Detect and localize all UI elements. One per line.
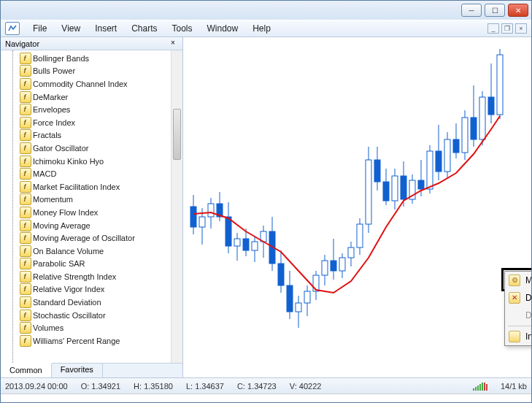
tab-common[interactable]: Common	[1, 363, 52, 377]
indicator-momentum[interactable]: Momentum	[1, 193, 182, 207]
navigator-tree[interactable]: Bollinger BandsBulls PowerCommodity Chan…	[1, 50, 182, 363]
status-open: O: 1.34921	[81, 382, 120, 391]
connection-bars-icon	[473, 382, 487, 391]
window-close-button[interactable]: ✕	[508, 4, 528, 17]
svg-rect-65	[471, 118, 477, 139]
menu-insert[interactable]: Insert	[88, 21, 124, 36]
indicator-envelopes[interactable]: Envelopes	[1, 103, 182, 116]
navigator-header: Navigator ×	[1, 37, 182, 50]
indicator-bollinger-bands[interactable]: Bollinger Bands	[1, 52, 182, 65]
list-icon	[509, 331, 520, 342]
menu-file[interactable]: File	[26, 21, 54, 36]
menu-indicators-list[interactable]: Indicators List Ctrl+I	[505, 328, 531, 345]
svg-rect-57	[436, 151, 442, 172]
menu-help[interactable]: Help	[245, 21, 278, 36]
svg-rect-21	[278, 264, 284, 285]
indicator-demarker[interactable]: DeMarker	[1, 91, 182, 104]
svg-rect-11	[234, 239, 240, 246]
workspace: Navigator × Bollinger BandsBulls PowerCo…	[1, 37, 531, 377]
menu-delete-indicator[interactable]: Delete Indicator	[505, 289, 531, 307]
indicator-fractals[interactable]: Fractals	[1, 129, 182, 142]
indicator-commodity-channel-index[interactable]: Commodity Channel Index	[1, 77, 182, 91]
indicator-standard-deviation[interactable]: Standard Deviation	[1, 296, 182, 309]
status-bar: 2013.09.24 00:00 O: 1.34921 H: 1.35180 L…	[1, 377, 531, 394]
indicator-moving-average[interactable]: Moving Average	[1, 219, 182, 232]
svg-rect-37	[348, 247, 354, 258]
menu-delete-indicator-window: Delete Indicator Window	[505, 307, 531, 324]
svg-rect-63	[462, 118, 468, 153]
navigator-title: Navigator	[5, 39, 39, 48]
indicator-money-flow-index[interactable]: Money Flow Index	[1, 206, 182, 219]
navigator-tabs: Common Favorites	[1, 363, 182, 377]
svg-rect-3	[199, 217, 205, 227]
status-traffic: 14/1 kb	[501, 382, 527, 391]
menu-ma-properties[interactable]: MA(10) properties...	[505, 272, 531, 289]
child-restore-button[interactable]: ❐	[501, 23, 513, 34]
svg-rect-25	[296, 303, 301, 312]
chart-area[interactable]: Edit Indicator MA(10) properties... Dele…	[183, 37, 531, 377]
svg-rect-5	[208, 204, 214, 217]
indicator-williams-percent-range[interactable]: Williams' Percent Range	[1, 334, 182, 348]
indicator-market-facilitation-index[interactable]: Market Facilitation Index	[1, 180, 182, 193]
svg-rect-13	[243, 239, 249, 250]
svg-rect-45	[383, 182, 389, 201]
indicator-ichimoku-kinko-hyo[interactable]: Ichimoku Kinko Hyo	[1, 155, 182, 168]
child-minimize-button[interactable]: _	[487, 23, 499, 34]
svg-rect-1	[190, 207, 196, 227]
child-close-button[interactable]: ×	[515, 23, 527, 34]
menu-window[interactable]: Window	[200, 21, 246, 36]
menu-view[interactable]: View	[54, 21, 88, 36]
footer-strip	[1, 394, 531, 403]
indicator-moving-average-of-oscillator[interactable]: Moving Average of Oscillator	[1, 231, 182, 245]
svg-rect-61	[453, 139, 459, 153]
navigator-scrollbar[interactable]	[171, 50, 182, 363]
svg-rect-67	[479, 97, 485, 139]
indicator-on-balance-volume[interactable]: On Balance Volume	[1, 245, 182, 258]
properties-icon	[509, 275, 520, 286]
menu-charts[interactable]: Charts	[124, 21, 164, 36]
svg-rect-33	[331, 261, 336, 271]
svg-rect-69	[488, 97, 494, 115]
svg-rect-59	[444, 139, 450, 172]
svg-rect-47	[392, 176, 398, 201]
indicator-gator-oscillator[interactable]: Gator Oscillator	[1, 142, 182, 155]
svg-rect-15	[252, 242, 258, 250]
indicator-volumes[interactable]: Volumes	[1, 321, 182, 334]
svg-rect-55	[427, 151, 433, 189]
indicator-stochastic-oscillator[interactable]: Stochastic Oscillator	[1, 309, 182, 322]
window-maximize-button[interactable]: ☐	[485, 4, 505, 17]
status-datetime: 2013.09.24 00:00	[5, 382, 68, 391]
tab-favorites[interactable]: Favorites	[52, 364, 103, 377]
app-icon	[5, 22, 20, 35]
indicator-parabolic-sar[interactable]: Parabolic SAR	[1, 258, 182, 271]
svg-rect-49	[401, 176, 406, 199]
window-minimize-button[interactable]: ─	[461, 4, 482, 17]
scrollbar-thumb[interactable]	[173, 109, 181, 160]
status-close: C: 1.34723	[237, 382, 277, 391]
menu-bar: FileViewInsertChartsToolsWindowHelp _ ❐ …	[1, 20, 531, 37]
svg-rect-71	[497, 55, 503, 115]
menu-separator	[508, 326, 531, 326]
navigator-close-icon[interactable]: ×	[168, 39, 178, 49]
menu-tools[interactable]: Tools	[165, 21, 200, 36]
svg-rect-53	[418, 180, 424, 189]
svg-rect-23	[287, 285, 293, 312]
window-titlebar: ─ ☐ ✕	[1, 1, 531, 20]
indicator-relative-vigor-index[interactable]: Relative Vigor Index	[1, 283, 182, 296]
status-high: H: 1.35180	[134, 382, 173, 391]
navigator-panel: Navigator × Bollinger BandsBulls PowerCo…	[1, 37, 183, 377]
indicator-relative-strength-index[interactable]: Relative Strength Index	[1, 270, 182, 283]
indicator-macd[interactable]: MACD	[1, 167, 182, 180]
indicator-context-menu: MA(10) properties... Delete Indicator De…	[504, 271, 531, 346]
status-low: L: 1.34637	[186, 382, 224, 391]
svg-rect-41	[366, 160, 371, 224]
status-volume: V: 40222	[290, 382, 322, 391]
indicator-bulls-power[interactable]: Bulls Power	[1, 65, 182, 78]
svg-rect-9	[225, 217, 231, 246]
svg-rect-35	[339, 258, 345, 271]
indicator-force-index[interactable]: Force Index	[1, 116, 182, 129]
delete-icon	[509, 292, 520, 304]
svg-rect-39	[357, 224, 363, 247]
svg-rect-43	[374, 160, 380, 182]
svg-rect-27	[304, 291, 310, 303]
